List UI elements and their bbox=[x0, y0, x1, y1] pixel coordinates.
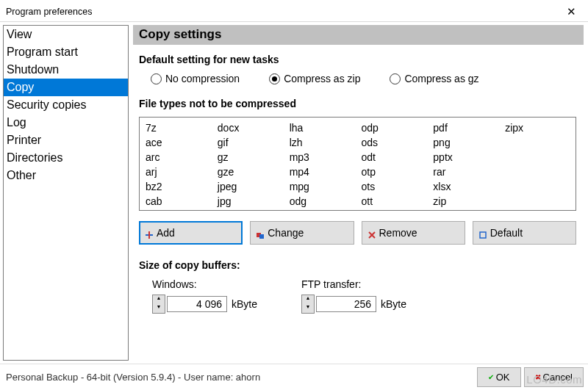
filetype-cell[interactable]: ott bbox=[362, 194, 426, 209]
ftp-spinner-buttons[interactable]: ▲ ▼ bbox=[301, 295, 315, 314]
sidebar-item-log[interactable]: Log bbox=[4, 114, 128, 131]
buffers-title: Size of copy buffers: bbox=[139, 259, 584, 271]
titlebar: Program preferences ✕ bbox=[0, 0, 588, 22]
ftp-buffer-group: FTP transfer: ▲ ▼ kByte bbox=[301, 278, 406, 314]
default-setting-label: Default setting for new tasks bbox=[139, 54, 584, 65]
filetype-cell[interactable]: gze bbox=[218, 165, 282, 179]
spin-up-icon[interactable]: ▲ bbox=[153, 295, 165, 304]
change-icon bbox=[257, 229, 264, 236]
svg-rect-6 bbox=[480, 232, 486, 238]
spin-up-icon[interactable]: ▲ bbox=[302, 295, 314, 304]
sidebar-item-view[interactable]: View bbox=[4, 26, 128, 43]
sidebar-item-security-copies[interactable]: Security copies bbox=[4, 96, 128, 114]
filetype-cell[interactable]: lha bbox=[290, 120, 354, 135]
section-header: Copy settings bbox=[133, 25, 584, 45]
change-button[interactable]: Change bbox=[250, 221, 354, 245]
ok-button-label: OK bbox=[496, 372, 510, 383]
sidebar-item-printer[interactable]: Printer bbox=[4, 131, 128, 149]
filetype-cell[interactable]: zipx bbox=[505, 120, 570, 135]
filetype-cell[interactable]: arj bbox=[146, 165, 210, 179]
filetype-cell[interactable]: jpg bbox=[218, 194, 282, 209]
check-icon: ✔ bbox=[488, 373, 494, 381]
windows-buffer-group: Windows: ▲ ▼ kByte bbox=[152, 278, 257, 314]
radio-compress-zip[interactable]: Compress as zip bbox=[269, 73, 360, 84]
filetype-cell[interactable]: jpeg bbox=[218, 179, 282, 194]
filetype-cell[interactable]: otp bbox=[362, 165, 426, 179]
cancel-button[interactable]: ✖ Cancel bbox=[524, 367, 584, 387]
default-icon bbox=[479, 229, 487, 236]
filetype-cell[interactable]: odp bbox=[362, 120, 426, 135]
filetype-cell[interactable] bbox=[505, 150, 570, 165]
filetype-cell[interactable]: pptx bbox=[433, 150, 498, 165]
filetypes-label: File types not to be compressed bbox=[139, 98, 584, 109]
ok-button[interactable]: ✔ OK bbox=[477, 367, 521, 387]
windows-buffer-unit: kByte bbox=[232, 298, 257, 310]
filetype-cell[interactable]: bz2 bbox=[146, 179, 210, 194]
filetype-cell[interactable]: rar bbox=[433, 165, 498, 179]
radio-no-compression[interactable]: No compression bbox=[151, 73, 240, 84]
add-button-label: Add bbox=[157, 227, 175, 239]
radio-compress-gz[interactable]: Compress as gz bbox=[390, 73, 478, 84]
filetype-cell[interactable] bbox=[505, 135, 570, 150]
remove-icon bbox=[368, 229, 376, 236]
filetype-cell[interactable]: gif bbox=[218, 135, 282, 150]
filetype-cell[interactable]: mp3 bbox=[290, 150, 354, 165]
sidebar: View Program start Shutdown Copy Securit… bbox=[3, 25, 129, 361]
radio-icon bbox=[269, 73, 280, 84]
buffers-section: Size of copy buffers: Windows: ▲ ▼ kByte… bbox=[139, 259, 584, 314]
radio-label: Compress as gz bbox=[404, 73, 478, 84]
change-button-label: Change bbox=[268, 227, 304, 239]
radio-icon bbox=[151, 73, 162, 84]
spin-down-icon[interactable]: ▼ bbox=[302, 304, 314, 313]
ftp-buffer-unit: kByte bbox=[381, 298, 406, 310]
content-panel: Copy settings Default setting for new ta… bbox=[129, 22, 588, 364]
footer: Personal Backup - 64-bit (Version 5.9.4)… bbox=[0, 364, 588, 390]
filetype-cell[interactable]: docx bbox=[218, 120, 282, 135]
close-button[interactable]: ✕ bbox=[562, 5, 581, 18]
ftp-buffer-input[interactable] bbox=[316, 296, 376, 312]
filetype-cell[interactable] bbox=[505, 194, 570, 209]
sidebar-item-shutdown[interactable]: Shutdown bbox=[4, 61, 128, 79]
sidebar-item-copy[interactable]: Copy bbox=[4, 79, 128, 96]
filetype-cell[interactable]: odt bbox=[362, 150, 426, 165]
filetype-cell[interactable]: cab bbox=[146, 194, 210, 209]
ftp-buffer-label: FTP transfer: bbox=[301, 278, 406, 290]
window-title: Program preferences bbox=[6, 7, 92, 17]
filetype-button-row: Add Change Remove Default bbox=[139, 221, 576, 245]
spin-down-icon[interactable]: ▼ bbox=[153, 304, 165, 313]
radio-label: No compression bbox=[165, 73, 240, 84]
filetype-cell[interactable]: arc bbox=[146, 150, 210, 165]
x-icon: ✖ bbox=[535, 373, 541, 381]
filetype-cell[interactable]: ots bbox=[362, 179, 426, 194]
filetype-cell[interactable] bbox=[505, 179, 570, 194]
filetypes-listbox[interactable]: 7zdocxlhaodppdfzipxacegiflzhodspngarcgzm… bbox=[139, 117, 576, 211]
filetype-cell[interactable]: mpg bbox=[290, 179, 354, 194]
compression-radio-group: No compression Compress as zip Compress … bbox=[151, 73, 584, 84]
filetype-cell[interactable]: 7z bbox=[146, 120, 210, 135]
radio-label: Compress as zip bbox=[284, 73, 360, 84]
filetype-cell[interactable]: gz bbox=[218, 150, 282, 165]
remove-button[interactable]: Remove bbox=[362, 221, 465, 245]
sidebar-item-program-start[interactable]: Program start bbox=[4, 43, 128, 61]
filetype-cell[interactable]: zip bbox=[433, 194, 498, 209]
filetype-cell[interactable]: odg bbox=[290, 194, 354, 209]
filetype-cell[interactable]: ods bbox=[362, 135, 426, 150]
sidebar-item-other[interactable]: Other bbox=[4, 167, 128, 184]
status-text: Personal Backup - 64-bit (Version 5.9.4)… bbox=[6, 372, 260, 383]
svg-rect-3 bbox=[259, 234, 264, 239]
remove-button-label: Remove bbox=[379, 227, 417, 239]
filetype-cell[interactable]: ace bbox=[146, 135, 210, 150]
windows-buffer-input[interactable] bbox=[167, 296, 227, 312]
add-button[interactable]: Add bbox=[139, 221, 243, 245]
filetype-cell[interactable]: xlsx bbox=[433, 179, 498, 194]
sidebar-item-directories[interactable]: Directories bbox=[4, 149, 128, 167]
filetype-cell[interactable]: mp4 bbox=[290, 165, 354, 179]
default-button-label: Default bbox=[490, 227, 523, 239]
filetype-cell[interactable] bbox=[505, 165, 570, 179]
default-button[interactable]: Default bbox=[473, 221, 576, 245]
filetype-cell[interactable]: pdf bbox=[433, 120, 498, 135]
filetype-cell[interactable]: png bbox=[433, 135, 498, 150]
add-icon bbox=[146, 229, 153, 236]
filetype-cell[interactable]: lzh bbox=[290, 135, 354, 150]
windows-spinner-buttons[interactable]: ▲ ▼ bbox=[152, 295, 165, 314]
